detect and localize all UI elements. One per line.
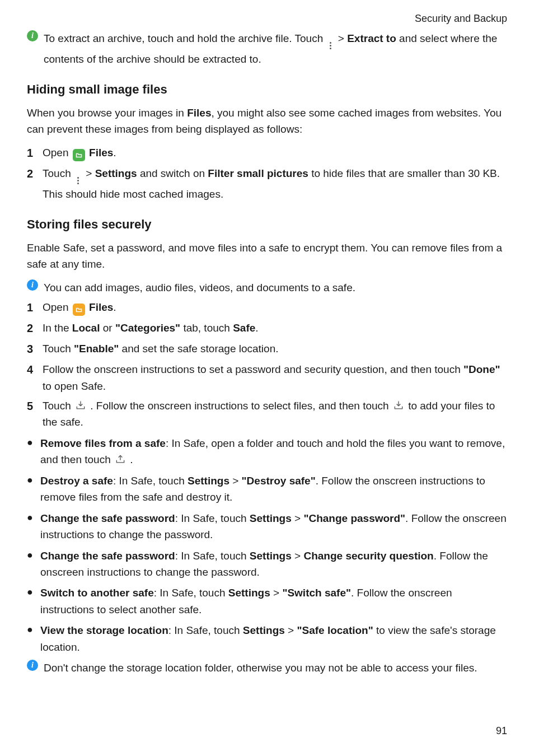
info-icon: i [27,30,38,41]
info-icon: i [27,279,38,291]
files-app-icon [73,149,85,161]
bullet-remove-files: ● Remove files from a safe: In Safe, ope… [27,435,507,468]
step-text-mid: and switch on [140,167,208,179]
safe-step-2: 2 In the Local or "Categories" tab, touc… [27,320,507,337]
files-label: Files [89,147,113,158]
safe-step-3: 3 Touch "Enable" and set the safe storag… [27,340,507,358]
step-number: 5 [27,398,37,415]
bullet-switch-safe: ● Switch to another safe: In Safe, touch… [27,585,507,618]
bullet-marker: ● [27,510,35,526]
step-2-settings-filter: 2 Touch > Settings and switch on Filter … [27,165,507,203]
heading-storing-securely: Storing files securely [27,215,507,234]
step-number: 3 [27,340,37,358]
settings-label: Settings [95,167,137,179]
bullet-marker: ● [27,473,35,488]
remove-from-safe-icon [114,454,127,465]
files-label: Files [89,301,113,313]
note-text: You can add images, audio files, videos,… [44,282,355,293]
add-to-safe-icon [74,400,87,411]
step-number: 4 [27,361,37,379]
bullet-marker: ● [27,622,35,638]
step-number: 1 [27,144,37,162]
safe-step-4: 4 Follow the onscreen instructions to se… [27,361,507,394]
step-text: Open [43,147,72,158]
note-safe-contents: i You can add images, audio files, video… [27,279,507,296]
page-number: 91 [496,724,507,739]
tip-gt: > [338,32,347,44]
more-menu-icon [326,40,335,51]
step-number: 2 [27,165,37,183]
add-to-safe-icon [392,400,405,411]
step-text: Open [43,301,72,313]
bullet-marker: ● [27,435,35,451]
step-1-open-files: 1 Open Files. [27,144,507,162]
step-number: 1 [27,299,37,316]
safe-step-1: 1 Open Files. [27,299,507,316]
period: . [113,147,116,158]
intro-hiding: When you browse your images in Files, yo… [27,105,507,138]
page: Security and Backup i To extract an arch… [0,0,534,756]
bullet-change-security-question: ● Change the safe password: In Safe, tou… [27,548,507,581]
bullet-marker: ● [27,585,35,600]
bullet-change-password: ● Change the safe password: In Safe, tou… [27,510,507,543]
bullet-marker: ● [27,548,35,563]
files-app-icon [73,304,85,316]
note-text: Don't change the storage location folder… [44,662,477,674]
step-number: 2 [27,320,37,337]
bullet-destroy-safe: ● Destroy a safe: In Safe, touch Setting… [27,473,507,506]
tip-text-1: To extract an archive, touch and hold th… [44,32,326,44]
heading-hiding-small-images: Hiding small image files [27,80,507,99]
info-icon: i [27,660,38,671]
tip-extract-archive: i To extract an archive, touch and hold … [27,30,507,68]
gt: > [86,167,95,179]
bullet-view-location: ● View the storage location: In Safe, to… [27,622,507,655]
more-menu-icon [74,175,83,186]
tip-extract-to: Extract to [347,32,396,44]
filter-label: Filter small pictures [208,167,308,179]
period: . [113,301,116,313]
header-breadcrumb: Security and Backup [27,11,507,27]
intro-storing: Enable Safe, set a password, and move fi… [27,240,507,273]
safe-step-5: 5 Touch . Follow the onscreen instructio… [27,398,507,431]
note-dont-change-location: i Don't change the storage location fold… [27,660,507,676]
step-text: Touch [43,167,74,179]
